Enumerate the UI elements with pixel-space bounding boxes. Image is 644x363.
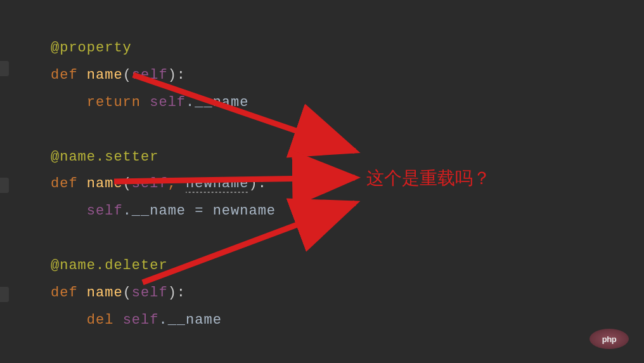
code-line: self.__name = newname [51,198,644,225]
dot: . [123,203,132,219]
paren-open: ( [123,176,132,192]
gutter-marker-icon [0,287,9,302]
gutter-marker-icon [0,178,9,193]
gutter-marker-icon [0,61,9,76]
param-newname: newname [186,176,248,193]
paren-open: ( [123,285,132,301]
code-line: @property [51,35,644,62]
paren-close: ) [168,285,177,301]
self-param: self [132,67,168,83]
code-line: del self.__name [51,307,644,334]
paren-close: ) [248,176,257,192]
code-block: @property def name(self): return self.__… [0,0,644,334]
self-param: self [132,176,168,192]
code-line: @name.setter [51,144,644,171]
function-name: name [87,67,123,83]
watermark-label: php [602,334,616,344]
code-line: return self.__name [51,89,644,117]
decorator: @name.setter [51,149,158,165]
rhs: newname [213,203,276,219]
function-name: name [87,176,123,192]
blank-line [51,225,644,253]
attr-name: __name [168,312,222,328]
comma: , [168,176,177,192]
code-line: def name(self): [51,62,644,89]
paren-close: ) [168,67,177,83]
colon: : [177,285,186,301]
watermark-badge: php [589,329,629,349]
assign-op: = [186,203,213,219]
dot: . [186,95,195,110]
function-name: name [87,285,123,301]
code-line: @name.deleter [51,253,644,280]
annotation-text: 这个是重载吗？ [366,166,491,190]
colon: : [177,67,186,83]
keyword-def: def [51,176,78,192]
watermark: php [589,329,629,349]
blank-line [51,117,644,144]
paren-open: ( [123,67,132,83]
code-line: def name(self): [51,280,644,307]
self-param: self [132,285,168,301]
code-line: def name(self, newname): [51,171,644,198]
attr-name: __name [132,203,186,219]
self-ref: self [87,203,123,219]
colon: : [258,176,267,192]
decorator: @property [51,40,132,56]
keyword-def: def [51,67,78,83]
self-ref: self [150,95,186,110]
keyword-return: return [87,95,141,110]
attr-name: __name [195,95,248,110]
keyword-def: def [51,285,78,301]
dot: . [158,312,167,328]
self-ref: self [123,312,159,328]
keyword-del: del [87,312,114,328]
decorator: @name.deleter [51,258,168,274]
